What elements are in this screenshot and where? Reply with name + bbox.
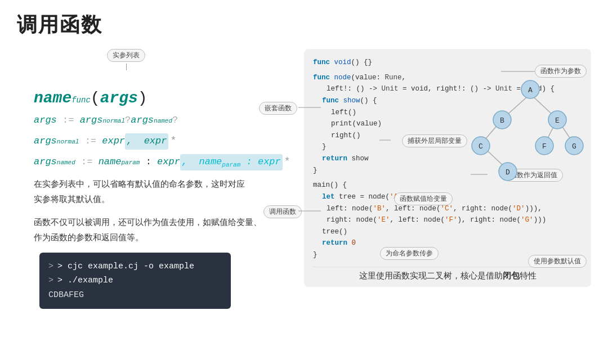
svg-text:F: F bbox=[542, 142, 547, 151]
left-panel: 实参列表 namefunc(args) args := argsnormal ?… bbox=[17, 49, 293, 309]
func-args-text: args bbox=[100, 89, 138, 107]
bottom-text: 这里使用函数实现二叉树，核心是借助闭包特性 bbox=[313, 267, 582, 281]
annotation-func-as-param: 函数作为参数 bbox=[535, 65, 587, 78]
terminal-box: > > cjc example.cj -o example > > ./exam… bbox=[39, 253, 231, 309]
right-panel: func void() {} func node(value: Rune, le… bbox=[304, 49, 591, 287]
terminal-line-1: > > cjc example.cj -o example bbox=[48, 259, 222, 274]
page-title: 调用函数 bbox=[17, 11, 591, 39]
svg-text:D: D bbox=[506, 168, 510, 177]
desc-text-2: 函数不仅可以被调用，还可以作为值去使用，如赋值给变量、 作为函数的参数和返回值等… bbox=[17, 214, 293, 245]
svg-text:G: G bbox=[572, 142, 576, 151]
annotation-call-func: 调用函数 bbox=[263, 205, 302, 218]
func-sub-text: func bbox=[71, 96, 91, 105]
grammar-row-3: argsnamed := nameparam : expr , namepara… bbox=[34, 153, 293, 170]
svg-text:A: A bbox=[528, 86, 533, 95]
svg-text:B: B bbox=[500, 116, 504, 125]
ann-line-capture bbox=[391, 140, 402, 142]
terminal-output: CDBAFEG bbox=[48, 288, 222, 303]
annotation-func-assign: 函数赋值给变量 bbox=[394, 192, 453, 205]
tree-svg: A B E C F G D bbox=[457, 77, 587, 190]
ann-line-call bbox=[298, 211, 321, 213]
code-line-return0: return 0 bbox=[313, 237, 582, 249]
func-call-syntax: namefunc(args) bbox=[34, 89, 293, 107]
ann-line-assign bbox=[383, 198, 394, 200]
svg-text:E: E bbox=[555, 116, 560, 125]
grammar-section: args := argsnormal ?argsnamed? argsnorma… bbox=[17, 113, 293, 170]
ann-line-nested bbox=[298, 107, 321, 110]
terminal-line-2: > > ./example bbox=[48, 273, 222, 288]
svg-text:C: C bbox=[479, 142, 483, 151]
annotation-named-param: 为命名参数传参 bbox=[380, 247, 439, 260]
annotation-default-param: 使用参数默认值 bbox=[528, 255, 587, 268]
func-open-paren: ( bbox=[91, 89, 100, 107]
func-close-paren: ) bbox=[138, 89, 147, 107]
code-line-right-node: right: node('E', left: node('F'), right:… bbox=[313, 214, 582, 226]
grammar-row-1: args := argsnormal ?argsnamed? bbox=[34, 113, 293, 129]
args-label-line bbox=[126, 64, 127, 70]
desc-text-1: 在实参列表中，可以省略有默认值的命名参数，这时对应 实参将取其默认值。 bbox=[17, 176, 293, 206]
func-name-text: name bbox=[34, 89, 71, 107]
main-layout: 实参列表 namefunc(args) args := argsnormal ?… bbox=[17, 49, 591, 309]
args-label: 实参列表 bbox=[107, 49, 145, 62]
grammar-row-2: argsnormal := expr, expr * bbox=[34, 132, 293, 150]
annotation-nested-func: 嵌套函数 bbox=[259, 102, 297, 115]
code-line-tree-call: tree() bbox=[313, 226, 582, 238]
syntax-box: 实参列表 namefunc(args) bbox=[17, 49, 293, 107]
